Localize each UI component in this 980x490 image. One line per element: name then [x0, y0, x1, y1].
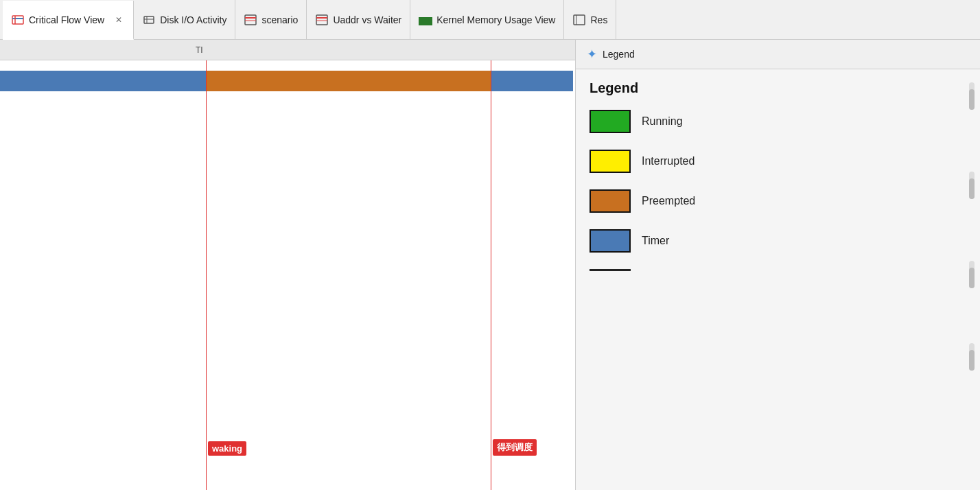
kernel-icon [419, 17, 432, 25]
legend-label-interrupted: Interrupted [642, 155, 695, 167]
timeline-panel: TI waking 得到调度 [0, 40, 575, 490]
tab-bar: Critical Flow View ✕ Disk I/O Activity s… [0, 0, 980, 40]
resource-icon [572, 13, 586, 27]
tab-close-button[interactable]: ✕ [113, 14, 125, 26]
bar-blue-right [491, 71, 573, 91]
tab-disk-io[interactable]: Disk I/O Activity [134, 0, 235, 39]
legend-title-text: Legend [603, 49, 635, 60]
main-content: TI waking 得到调度 ✦ Legend Legend [0, 40, 980, 490]
legend-panel: ✦ Legend Legend Running Interrupted Pree… [575, 40, 980, 490]
legend-item-timer: Timer [590, 229, 966, 253]
legend-scrollbar-3[interactable] [969, 261, 975, 288]
legend-label-running: Running [642, 115, 683, 128]
scenario-icon [244, 13, 257, 27]
critical-flow-icon [11, 13, 25, 27]
tab-resource[interactable]: Res [564, 0, 616, 39]
legend-heading: Legend [590, 80, 966, 96]
timeline-tracks[interactable]: waking 得到调度 [0, 60, 575, 490]
tab-uaddr-waiter[interactable]: Uaddr vs Waiter [307, 0, 410, 39]
tab-critical-flow[interactable]: Critical Flow View ✕ [3, 1, 134, 40]
vline-right [491, 60, 491, 490]
legend-swatch-timer [590, 229, 631, 253]
label-scheduled: 得到调度 [493, 439, 537, 456]
tab-disk-io-label: Disk I/O Activity [160, 14, 226, 25]
legend-scrollbar-2[interactable] [969, 172, 975, 199]
svg-rect-6 [245, 15, 256, 25]
legend-label-timer: Timer [642, 235, 669, 247]
tab-resource-label: Res [590, 14, 607, 25]
timeline-header: TI [0, 40, 575, 60]
legend-star-icon: ✦ [587, 47, 597, 62]
svg-rect-0 [12, 16, 23, 24]
legend-item-interrupted: Interrupted [590, 150, 966, 173]
svg-rect-3 [144, 16, 154, 23]
legend-item-preempted: Preempted [590, 189, 966, 213]
svg-rect-9 [316, 15, 327, 25]
bar-blue-left [0, 71, 206, 91]
disk-io-icon [142, 13, 156, 27]
legend-scrollbar-1[interactable] [969, 82, 975, 110]
tab-scenario-label: scenario [261, 14, 298, 25]
legend-item-running: Running [590, 110, 966, 133]
label-waking: waking [208, 441, 246, 456]
bars-container [0, 67, 575, 95]
svg-rect-12 [574, 15, 585, 25]
legend-title-bar: ✦ Legend [576, 40, 980, 69]
ti-label: TI [196, 45, 203, 55]
tab-kernel-memory-label: Kernel Memory Usage View [436, 14, 555, 25]
legend-swatch-running [590, 110, 631, 133]
tab-uaddr-waiter-label: Uaddr vs Waiter [333, 14, 401, 25]
uaddr-icon [315, 13, 329, 27]
legend-swatch-interrupted [590, 150, 631, 173]
legend-line-swatch [590, 269, 631, 271]
legend-swatch-preempted [590, 189, 631, 213]
vline-left [206, 60, 207, 490]
tab-scenario[interactable]: scenario [235, 0, 307, 39]
legend-line-item [590, 269, 966, 271]
legend-body: Legend Running Interrupted Preempted Tim… [576, 69, 980, 282]
tab-critical-flow-label: Critical Flow View [29, 14, 104, 25]
legend-scrollbar-4[interactable] [969, 343, 975, 371]
legend-label-preempted: Preempted [642, 195, 695, 207]
bar-orange [206, 71, 491, 91]
tab-kernel-memory[interactable]: Kernel Memory Usage View [410, 0, 564, 39]
